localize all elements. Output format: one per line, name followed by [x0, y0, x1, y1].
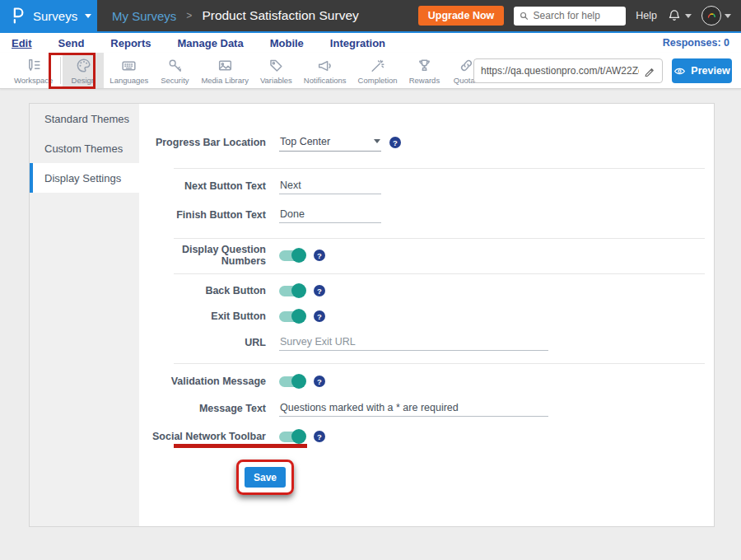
message-text-label: Message Text	[139, 403, 266, 414]
help-icon[interactable]: ?	[314, 376, 325, 387]
chevron-down-icon	[85, 14, 91, 18]
toolbar-security-button[interactable]: Security	[154, 53, 195, 88]
toolbar-separator	[60, 57, 61, 84]
progress-bar-location-row: Progress Bar Location Top Center ?	[139, 131, 401, 154]
nav-integration[interactable]: Integration	[330, 37, 385, 49]
message-text-input[interactable]	[279, 400, 548, 417]
app-window: Surveys My Surveys > Product Satisfactio…	[0, 0, 741, 560]
display-question-numbers-toggle[interactable]	[279, 250, 305, 261]
nav-reports[interactable]: Reports	[110, 37, 151, 49]
nav-manage-data[interactable]: Manage Data	[177, 37, 243, 49]
divider	[174, 168, 705, 169]
security-key-icon	[166, 57, 184, 74]
exit-button-label: Exit Button	[139, 310, 266, 322]
survey-url-input[interactable]	[481, 65, 639, 77]
social-network-toolbar-row: Social Network Toolbar ?	[139, 425, 325, 448]
eye-icon	[673, 67, 686, 76]
avatar	[701, 6, 721, 26]
top-header: Surveys My Surveys > Product Satisfactio…	[0, 0, 741, 31]
preview-button[interactable]: Preview	[672, 58, 732, 83]
chevron-down-icon	[374, 139, 380, 143]
back-button-toggle[interactable]	[279, 286, 305, 296]
sidebar-item-display-settings[interactable]: Display Settings	[30, 163, 139, 193]
divider	[174, 238, 705, 239]
notifications-bell-button[interactable]	[667, 8, 692, 23]
validation-message-toggle[interactable]	[279, 376, 305, 387]
preview-button-label: Preview	[691, 65, 729, 77]
avatar-logo-icon	[706, 10, 717, 21]
toolbar-completion-button[interactable]: Completion	[352, 53, 403, 88]
breadcrumb-separator: >	[186, 10, 192, 21]
toolbar-design-button[interactable]: Design	[63, 53, 104, 88]
design-settings-card: Standard Themes Custom Themes Display Se…	[29, 103, 715, 527]
finish-button-text-row: Finish Button Text	[139, 203, 381, 226]
toolbar-notifications-button[interactable]: Notifications	[298, 53, 352, 88]
breadcrumb: My Surveys > Product Satisfaction Survey	[112, 8, 359, 23]
validation-message-row: Validation Message ?	[139, 370, 325, 393]
settings-sidebar: Standard Themes Custom Themes Display Se…	[30, 104, 139, 526]
progress-bar-location-label: Progress Bar Location	[139, 137, 266, 148]
exit-url-row: URL	[139, 331, 548, 354]
survey-url-field[interactable]	[473, 58, 663, 83]
toggle-knob	[291, 429, 306, 444]
help-icon[interactable]: ?	[314, 250, 325, 261]
toggle-knob	[291, 283, 306, 298]
help-icon[interactable]: ?	[389, 137, 401, 148]
save-button[interactable]: Save	[245, 467, 286, 488]
rewards-trophy-icon	[416, 57, 433, 74]
notifications-megaphone-icon	[316, 57, 333, 74]
help-search[interactable]	[514, 7, 626, 26]
nav-edit[interactable]: Edit	[12, 37, 32, 49]
divider	[174, 273, 705, 274]
languages-keyboard-icon	[120, 57, 137, 74]
back-button-row: Back Button ?	[139, 279, 325, 302]
media-library-image-icon	[217, 57, 234, 74]
exit-url-label: URL	[139, 337, 266, 348]
toolbar-variables-button[interactable]: Variables	[254, 53, 298, 88]
help-icon[interactable]: ?	[314, 431, 325, 442]
display-question-numbers-row: Display Question Numbers ?	[139, 244, 325, 267]
toggle-knob	[291, 248, 306, 263]
help-icon[interactable]: ?	[314, 310, 325, 322]
chevron-down-icon	[685, 14, 692, 18]
toolbar-media-library-button[interactable]: Media Library	[195, 53, 254, 88]
product-menu-label: Surveys	[33, 9, 77, 23]
account-menu-button[interactable]	[701, 6, 731, 26]
bell-icon	[667, 8, 682, 23]
finish-button-text-input[interactable]	[279, 207, 381, 223]
nav-mobile[interactable]: Mobile	[270, 37, 304, 49]
toolbar-rewards-button[interactable]: Rewards	[403, 53, 446, 88]
questionpro-logo-icon	[12, 7, 26, 25]
social-network-toolbar-toggle[interactable]	[279, 432, 305, 442]
back-button-label: Back Button	[139, 285, 266, 296]
finish-button-text-label: Finish Button Text	[139, 209, 266, 221]
exit-button-toggle[interactable]	[279, 311, 305, 322]
exit-url-input[interactable]	[279, 334, 548, 351]
validation-message-label: Validation Message	[139, 376, 266, 387]
variables-tag-icon	[268, 57, 285, 74]
toolbar-workspace-button[interactable]: Workspace	[8, 53, 58, 88]
next-button-text-row: Next Button Text	[139, 175, 381, 198]
toolbar-languages-button[interactable]: Languages	[104, 53, 154, 88]
help-icon[interactable]: ?	[314, 285, 325, 296]
responses-count: Responses: 0	[663, 37, 729, 49]
product-menu[interactable]: Surveys	[0, 0, 97, 32]
survey-nav: Edit Send Reports Manage Data Mobile Int…	[0, 33, 741, 53]
exit-button-row: Exit Button ?	[139, 305, 325, 328]
search-icon	[520, 11, 529, 21]
toggle-knob	[291, 374, 306, 389]
breadcrumb-parent-link[interactable]: My Surveys	[112, 9, 176, 23]
sidebar-item-standard-themes[interactable]: Standard Themes	[30, 104, 139, 133]
sidebar-item-custom-themes[interactable]: Custom Themes	[30, 133, 139, 163]
next-button-text-input[interactable]	[279, 178, 381, 194]
workspace-icon	[25, 57, 42, 74]
progress-bar-location-select[interactable]: Top Center	[279, 134, 381, 152]
upgrade-now-button[interactable]: Upgrade Now	[418, 6, 505, 26]
toggle-knob	[291, 309, 306, 324]
nav-send[interactable]: Send	[58, 37, 85, 49]
edit-pencil-icon[interactable]	[644, 65, 655, 77]
display-question-numbers-label: Display Question Numbers	[139, 244, 266, 267]
page-title: Product Satisfaction Survey	[202, 8, 358, 23]
search-input[interactable]	[534, 10, 621, 21]
help-link[interactable]: Help	[636, 10, 657, 21]
